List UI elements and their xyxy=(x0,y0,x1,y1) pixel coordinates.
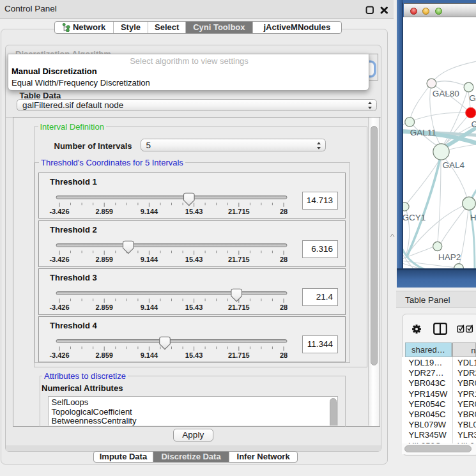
svg-text:15.43: 15.43 xyxy=(185,303,203,311)
svg-text:-3.426: -3.426 xyxy=(49,208,69,215)
svg-text:21.715: 21.715 xyxy=(228,208,250,215)
svg-text:21.715: 21.715 xyxy=(228,256,250,263)
svg-text:15.43: 15.43 xyxy=(185,351,203,359)
svg-text:GA: GA xyxy=(469,93,476,103)
svg-text:28: 28 xyxy=(280,303,288,311)
svg-text:GCY1: GCY1 xyxy=(403,213,426,222)
svg-text:2.859: 2.859 xyxy=(95,208,113,215)
svg-text:28: 28 xyxy=(280,351,288,359)
svg-text:9.144: 9.144 xyxy=(141,351,158,359)
svg-text:9.144: 9.144 xyxy=(141,208,158,215)
svg-text:21.715: 21.715 xyxy=(228,303,250,311)
svg-text:-3.426: -3.426 xyxy=(49,351,69,359)
svg-text:21.715: 21.715 xyxy=(228,351,250,359)
svg-text:CD: CD xyxy=(472,119,476,129)
svg-text:2.859: 2.859 xyxy=(95,256,113,263)
svg-text:28: 28 xyxy=(280,256,288,263)
svg-text:HI: HI xyxy=(470,213,476,222)
svg-text:2.859: 2.859 xyxy=(95,303,113,311)
svg-text:15.43: 15.43 xyxy=(185,256,203,263)
svg-text:GAL4: GAL4 xyxy=(443,160,465,170)
svg-text:2.859: 2.859 xyxy=(95,351,113,359)
svg-text:9.144: 9.144 xyxy=(141,303,158,311)
svg-text:28: 28 xyxy=(280,208,288,215)
svg-text:-3.426: -3.426 xyxy=(49,256,69,263)
svg-text:GAL11: GAL11 xyxy=(410,128,436,137)
svg-text:15.43: 15.43 xyxy=(185,208,203,215)
svg-text:-3.426: -3.426 xyxy=(49,303,69,311)
svg-text:9.144: 9.144 xyxy=(141,256,158,263)
svg-text:HAP2: HAP2 xyxy=(438,252,461,262)
svg-text:GAL80: GAL80 xyxy=(433,89,459,98)
